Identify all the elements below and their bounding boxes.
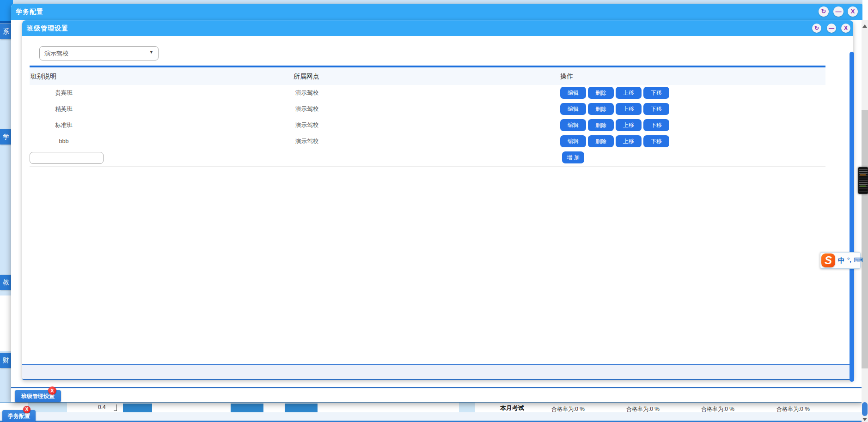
sidebar-item-label: 学 [3,133,9,140]
chart-bar [231,404,263,413]
ime-logo-icon[interactable]: S [821,253,835,267]
class-name: bbb [30,133,98,149]
ime-toolbar[interactable]: S 中 °, ⌨ [820,252,861,269]
refresh-icon: ↻ [814,25,819,31]
taskbar-tab-academic-config[interactable]: 学务配置 [2,410,36,422]
delete-button[interactable]: 删除 [588,135,614,147]
sidebar-item-label: 教 [3,278,9,286]
class-name: 贵宾班 [30,85,98,101]
table-row: 贵宾班 演示驾校 编辑 删除 上移 下移 [30,85,825,102]
edit-button[interactable]: 编辑 [560,135,586,147]
close-badge-icon[interactable]: X [23,406,31,413]
move-down-button[interactable]: 下移 [643,119,669,131]
table-header-row: 班别说明 所属网点 操作 [30,67,825,85]
refresh-icon: ↻ [821,8,826,15]
delete-button[interactable]: 删除 [588,87,614,99]
orange-stripe [860,175,866,175]
inner-window-title: 班级管理设置 [27,24,68,33]
close-badge-label: X [25,407,29,412]
ime-punctuation-toggle[interactable]: °, [847,256,851,263]
minimize-button[interactable]: — [833,6,844,17]
scroll-up-icon[interactable] [862,24,867,28]
taskbar-tab-label: 学务配置 [8,413,30,419]
outer-titlebar[interactable]: 学务配置 ↻ — X [11,4,864,20]
close-badge-icon[interactable]: X [48,386,56,395]
class-name: 标准班 [30,117,98,133]
inner-titlebar[interactable]: 班级管理设置 ↻ — X [22,20,853,36]
move-up-button[interactable]: 上移 [616,119,642,131]
refresh-button[interactable]: ↻ [812,24,821,33]
class-table: 班别说明 所属网点 操作 贵宾班 演示驾校 编辑 删除 上移 下移 精英班 演示… [30,66,825,166]
move-up-button[interactable]: 上移 [616,103,642,115]
scrollbar-blue-piece [862,402,868,416]
close-badge-label: X [50,388,54,393]
school-select-value: 演示驾校 [44,49,68,58]
close-icon: X [844,25,848,31]
school-select[interactable]: 演示驾校 ▼ [39,46,159,60]
ime-logo-letter: S [825,254,832,266]
chart-bar [123,404,152,413]
keyboard-icon[interactable]: ⌨ [854,256,863,264]
move-down-button[interactable]: 下移 [643,87,669,99]
delete-button[interactable]: 删除 [588,103,614,115]
inner-window: 班级管理设置 ↻ — X 演示驾校 ▼ 班别说明 所属网点 操作 贵宾班 [22,20,853,380]
table-row: 标准班 演示驾校 编辑 删除 上移 下移 [30,117,825,134]
inner-window-footer [22,364,853,379]
branch-name: 演示驾校 [295,133,318,149]
chart-cell [459,403,475,413]
sidebar-item-label: 系 [3,28,9,35]
scroll-handle-widget[interactable] [858,167,868,194]
right-white-corner [862,0,868,20]
delete-button[interactable]: 删除 [588,119,614,131]
outer-window-taskbar [11,388,864,402]
outer-window-title: 学务配置 [16,8,43,16]
table-row: bbb 演示驾校 编辑 删除 上移 下移 [30,133,825,150]
move-down-button[interactable]: 下移 [643,135,669,147]
edit-button[interactable]: 编辑 [560,119,586,131]
vertical-scrollbar[interactable] [862,20,868,422]
chevron-down-icon: ▼ [149,50,153,54]
close-button[interactable]: X [848,6,858,17]
column-header-class: 班别说明 [31,67,56,85]
scroll-down-icon[interactable] [862,418,867,421]
chart-bar [285,404,318,413]
minimize-button[interactable]: — [827,24,836,33]
column-header-actions: 操作 [560,67,573,85]
minimize-icon: — [836,8,842,15]
background-chart-row: 0.4 本月考试 合格率为:0 % 合格率为:0 % 合格率为:0 % 合格率为… [0,402,868,413]
branch-name: 演示驾校 [295,117,318,133]
class-name: 精英班 [30,101,98,117]
scrollbar-thumb[interactable] [862,110,868,368]
table-row: 精英班 演示驾校 编辑 删除 上移 下移 [30,101,825,118]
chart-axis-corner [114,404,117,411]
sidebar-item-label: 财 [3,356,9,364]
close-button[interactable]: X [841,24,850,33]
background-bottom-panel [0,412,868,421]
edit-button[interactable]: 编辑 [560,103,586,115]
sidebar-white-patch [0,295,11,351]
exam-title: 本月考试 [500,404,524,412]
inner-scrollbar-thumb[interactable] [850,52,854,382]
screen: 系 学 教 财 0.4 本月考试 合格率为:0 % 合格率为:0 % 合格率为:… [0,0,868,422]
edit-button[interactable]: 编辑 [560,87,586,99]
branch-name: 演示驾校 [295,85,318,101]
chart-axis-tick: 0.4 [98,404,106,410]
ime-mode-toggle[interactable]: 中 [838,256,845,265]
add-button[interactable]: 增 加 [562,151,584,163]
move-down-button[interactable]: 下移 [643,103,669,115]
move-up-button[interactable]: 上移 [616,135,642,147]
close-icon: X [851,8,855,15]
refresh-button[interactable]: ↻ [819,6,829,17]
move-up-button[interactable]: 上移 [616,87,642,99]
green-stripe [860,186,866,187]
add-row: 增 加 [30,150,825,167]
minimize-icon: — [829,25,834,31]
new-class-input[interactable] [30,152,104,164]
branch-name: 演示驾校 [295,101,318,117]
column-header-branch: 所属网点 [293,67,319,85]
